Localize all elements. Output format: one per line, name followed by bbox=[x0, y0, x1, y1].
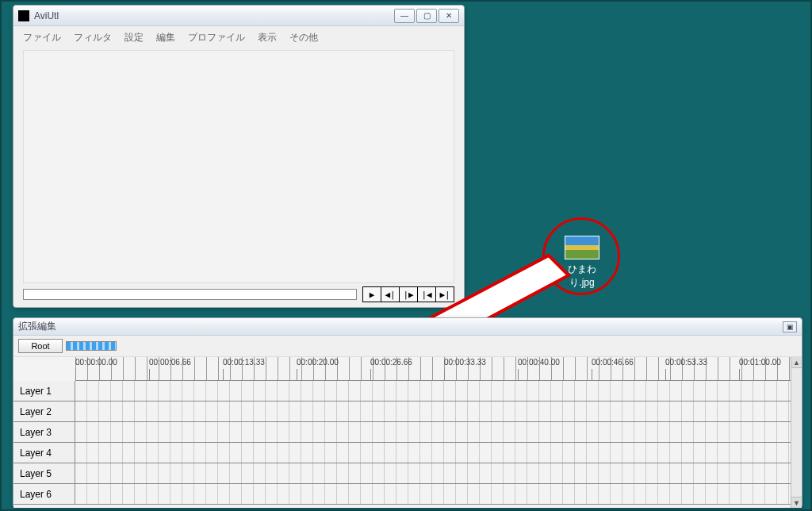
ruler-tick: 00:00:13.33 bbox=[223, 358, 297, 367]
timeline-ruler[interactable]: 00:00:00.00 00:00:06.66 00:00:13.33 00:0… bbox=[75, 357, 802, 381]
go-end-button[interactable]: ▶| bbox=[435, 286, 454, 302]
layer-row[interactable]: Layer 5 bbox=[13, 463, 802, 484]
layer-track[interactable] bbox=[75, 463, 802, 483]
layer-track[interactable] bbox=[75, 402, 802, 421]
ruler-tick: 00:00:26.66 bbox=[370, 358, 444, 367]
seek-track[interactable] bbox=[23, 289, 357, 300]
layer-name[interactable]: Layer 5 bbox=[13, 463, 75, 483]
menu-edit[interactable]: 編集 bbox=[151, 29, 180, 46]
layer-name[interactable]: Layer 3 bbox=[13, 422, 75, 442]
close-button[interactable]: ✕ bbox=[439, 9, 459, 23]
timeline-body: 00:00:00.00 00:00:06.66 00:00:13.33 00:0… bbox=[13, 357, 802, 508]
menu-settings[interactable]: 設定 bbox=[120, 29, 148, 46]
layer-track[interactable] bbox=[75, 381, 802, 401]
layer-row[interactable]: Layer 3 bbox=[13, 422, 802, 443]
preview-viewport bbox=[23, 50, 454, 283]
menu-filter[interactable]: フィルタ bbox=[69, 29, 117, 46]
timeline-titlebar[interactable]: 拡張編集 ▣ bbox=[13, 318, 802, 336]
ruler-tick: 00:00:53.33 bbox=[665, 358, 739, 367]
layer-row[interactable]: Layer 6 bbox=[13, 484, 802, 505]
aviutl-menubar: ファイル フィルタ 設定 編集 プロファイル 表示 その他 bbox=[13, 26, 464, 49]
scroll-up-icon[interactable]: ▲ bbox=[791, 357, 802, 368]
layer-name[interactable]: Layer 1 bbox=[13, 381, 75, 401]
ruler-tick: 00:00:06.66 bbox=[149, 358, 223, 367]
timeline-title: 拡張編集 bbox=[18, 320, 783, 333]
go-start-button[interactable]: |◀ bbox=[417, 286, 436, 302]
scroll-down-icon[interactable]: ▼ bbox=[791, 497, 802, 508]
playback-buttons: ▶ ◀| |▶ |◀ ▶| bbox=[363, 286, 454, 302]
minimize-button[interactable]: — bbox=[394, 9, 415, 23]
layer-track[interactable] bbox=[75, 422, 802, 442]
ruler-tick: 00:00:20.00 bbox=[297, 358, 370, 367]
ruler-tick: 00:00:40.00 bbox=[518, 358, 592, 367]
zoom-slider[interactable] bbox=[66, 341, 117, 351]
playback-bar: ▶ ◀| |▶ |◀ ▶| bbox=[23, 286, 454, 302]
aviutl-app-icon bbox=[18, 10, 29, 21]
menu-other[interactable]: その他 bbox=[285, 29, 323, 46]
aviutl-title: AviUtl bbox=[34, 10, 393, 21]
layer-row[interactable]: Layer 2 bbox=[13, 402, 802, 422]
step-back-button[interactable]: ◀| bbox=[381, 286, 400, 302]
annotation-circle bbox=[542, 217, 620, 295]
play-button[interactable]: ▶ bbox=[362, 286, 381, 302]
layer-name[interactable]: Layer 4 bbox=[13, 443, 75, 463]
aviutl-window: AviUtl — ▢ ✕ ファイル フィルタ 設定 編集 プロファイル 表示 そ… bbox=[13, 5, 465, 308]
timeline-toolbar: Root bbox=[13, 336, 802, 357]
layer-name[interactable]: Layer 2 bbox=[13, 402, 75, 421]
vertical-scrollbar[interactable]: ▲ ▼ bbox=[791, 357, 802, 508]
layer-track[interactable] bbox=[75, 484, 802, 504]
timeline-window: 拡張編集 ▣ Root 00:00:00.00 00:00:06.66 00:0… bbox=[13, 317, 802, 508]
layer-name[interactable]: Layer 6 bbox=[13, 484, 75, 504]
menu-profile[interactable]: プロファイル bbox=[183, 29, 250, 46]
layer-row[interactable]: Layer 4 bbox=[13, 443, 802, 463]
ruler-tick: 00:00:46.66 bbox=[592, 358, 665, 367]
maximize-button[interactable]: ▢ bbox=[416, 9, 437, 23]
root-button[interactable]: Root bbox=[18, 339, 63, 353]
ruler-tick: 00:00:33.33 bbox=[444, 358, 518, 367]
ruler-tick: 00:00:00.00 bbox=[75, 358, 149, 367]
menu-file[interactable]: ファイル bbox=[18, 29, 66, 46]
menu-view[interactable]: 表示 bbox=[253, 29, 282, 46]
layer-row[interactable]: Layer 1 bbox=[13, 381, 802, 402]
aviutl-titlebar[interactable]: AviUtl — ▢ ✕ bbox=[13, 6, 464, 26]
timeline-close-button[interactable]: ▣ bbox=[783, 321, 797, 332]
step-forward-button[interactable]: |▶ bbox=[399, 286, 418, 302]
layer-track[interactable] bbox=[75, 443, 802, 463]
